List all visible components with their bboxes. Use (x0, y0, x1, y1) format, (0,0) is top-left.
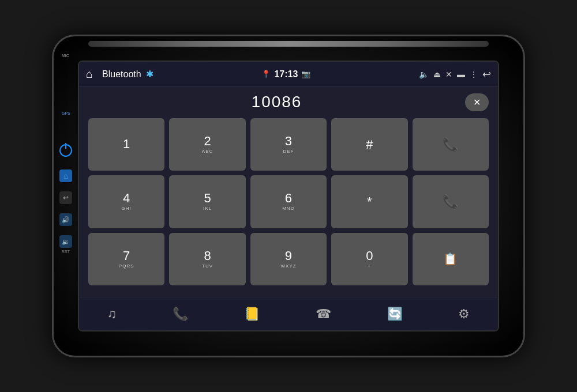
settings-icon: ⚙ (458, 307, 470, 322)
home-side-button[interactable]: ⌂ (59, 169, 72, 182)
mic-label: MIC (62, 54, 69, 58)
music-icon: ♫ (107, 307, 117, 322)
key-9[interactable]: 9 WXYZ (250, 233, 327, 285)
key-3[interactable]: 3 DEF (250, 118, 327, 171)
camera-icon: 📷 (301, 70, 310, 78)
call-log-icon: 📞 (173, 307, 188, 322)
phone-display: 10086 ✕ (88, 93, 489, 111)
close-status-icon[interactable]: ✕ (445, 70, 452, 79)
back-status-icon[interactable]: ↩ (482, 68, 491, 81)
home-icon[interactable]: ⌂ (86, 67, 93, 81)
key-2[interactable]: 2 ABC (169, 118, 245, 171)
key-8[interactable]: 8 TUV (169, 233, 245, 285)
phone-number: 10086 (88, 93, 465, 111)
status-center: 📍 17:13 📷 (261, 69, 310, 80)
call-button[interactable]: 📞 (413, 118, 489, 171)
back-side-button[interactable]: ↩ (59, 191, 72, 204)
key-1[interactable]: 1 (88, 118, 164, 171)
nav-sync[interactable]: 🔄 (380, 304, 410, 324)
volume-up-button[interactable]: 🔊 (59, 213, 72, 226)
bottom-nav: ♫ 📞 📒 ☎ 🔄 ⚙ (79, 297, 498, 330)
eject-status-icon: ⏏ (433, 70, 441, 79)
nav-music[interactable]: ♫ (100, 304, 123, 324)
nav-phone[interactable]: ☎ (309, 304, 338, 324)
sync-icon: 🔄 (387, 307, 403, 322)
status-time: 17:13 (274, 69, 298, 80)
backspace-button[interactable]: ✕ (465, 93, 489, 111)
phone-icon: ☎ (316, 307, 331, 322)
status-bar: ⌂ Bluetooth ✱ 📍 17:13 📷 🔈 ⏏ ✕ ▬ ⋮ ↩ (79, 62, 498, 87)
key-0[interactable]: 0 + (331, 233, 407, 285)
call-icon: 📞 (443, 137, 458, 152)
volume-status-icon: 🔈 (419, 70, 429, 79)
key-6[interactable]: 6 MNO (250, 175, 327, 228)
more-status-icon[interactable]: ⋮ (470, 70, 478, 79)
status-icons: 🔈 ⏏ ✕ ▬ ⋮ ↩ (419, 68, 491, 81)
main-content: 10086 ✕ 1 2 ABC 3 DEF (79, 87, 498, 297)
message-button[interactable]: 📋 (413, 233, 489, 285)
bluetooth-label: Bluetooth (102, 69, 141, 80)
nav-contacts[interactable]: 📒 (237, 304, 267, 324)
key-star[interactable]: * (331, 175, 407, 228)
key-hash[interactable]: # (331, 118, 407, 171)
message-icon: 📋 (443, 252, 458, 266)
bluetooth-icon: ✱ (146, 69, 153, 80)
power-button[interactable] (59, 144, 72, 157)
nav-settings[interactable]: ⚙ (451, 304, 477, 324)
key-5[interactable]: 5 IKL (169, 175, 245, 228)
hangup-icon: 📞 (443, 194, 458, 209)
minimize-status-icon[interactable]: ▬ (457, 70, 465, 79)
keypad: 1 2 ABC 3 DEF # 📞 (88, 118, 489, 285)
nav-call-log[interactable]: 📞 (166, 304, 195, 324)
location-icon: 📍 (261, 70, 271, 78)
key-4[interactable]: 4 GHI (88, 175, 164, 228)
backspace-icon: ✕ (473, 97, 481, 108)
car-unit: MIC GPS RST ⌂ ↩ 🔊 🔉 ⌂ Bluetooth ✱ (52, 35, 525, 357)
key-7[interactable]: 7 PQRS (88, 233, 164, 285)
side-buttons: ⌂ ↩ 🔊 🔉 (59, 144, 72, 248)
rst-label: RST (62, 250, 70, 254)
screen: ⌂ Bluetooth ✱ 📍 17:13 📷 🔈 ⏏ ✕ ▬ ⋮ ↩ (78, 61, 499, 331)
contacts-icon: 📒 (244, 307, 260, 322)
volume-down-button[interactable]: 🔉 (59, 235, 72, 248)
gps-label: GPS (62, 111, 70, 115)
hangup-button[interactable]: 📞 (413, 175, 489, 228)
